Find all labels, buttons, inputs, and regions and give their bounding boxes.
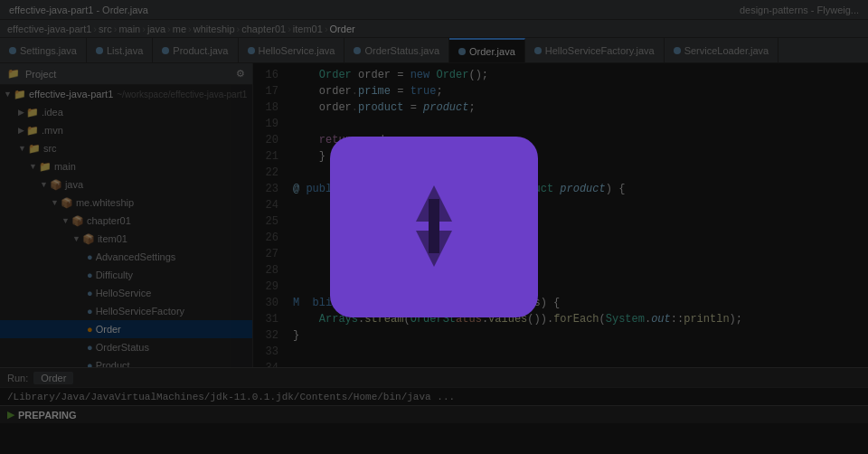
overlay-box: [330, 137, 538, 317]
overlay: [0, 0, 868, 454]
update-arrows-icon: [380, 172, 488, 283]
svg-marker-1: [416, 199, 452, 267]
